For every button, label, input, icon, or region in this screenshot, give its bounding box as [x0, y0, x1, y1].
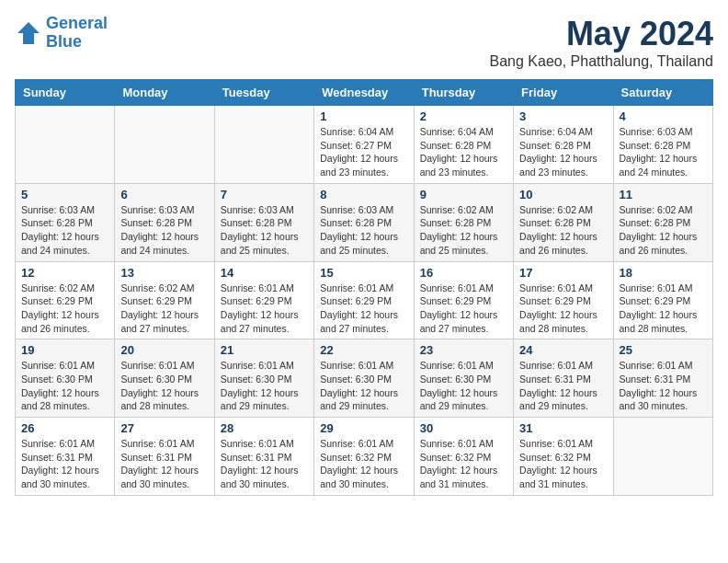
day-number: 14 [221, 266, 308, 280]
day-number: 21 [221, 343, 308, 357]
day-info: Sunrise: 6:03 AM Sunset: 6:28 PM Dayligh… [320, 203, 407, 258]
calendar-cell: 29Sunrise: 6:01 AM Sunset: 6:32 PM Dayli… [314, 418, 414, 496]
day-info: Sunrise: 6:04 AM Sunset: 6:28 PM Dayligh… [420, 125, 507, 179]
day-info: Sunrise: 6:01 AM Sunset: 6:29 PM Dayligh… [320, 282, 407, 336]
calendar-cell: 11Sunrise: 6:02 AM Sunset: 6:28 PM Dayli… [613, 183, 712, 261]
calendar-cell: 25Sunrise: 6:01 AM Sunset: 6:31 PM Dayli… [613, 339, 712, 418]
calendar-cell: 7Sunrise: 6:03 AM Sunset: 6:28 PM Daylig… [214, 183, 313, 261]
header: General Blue May 2024 Bang Kaeo, Phattha… [15, 15, 713, 70]
calendar-cell: 31Sunrise: 6:01 AM Sunset: 6:32 PM Dayli… [514, 418, 613, 496]
day-info: Sunrise: 6:01 AM Sunset: 6:30 PM Dayligh… [221, 359, 308, 413]
day-number: 9 [420, 188, 507, 201]
title-area: May 2024 Bang Kaeo, Phatthalung, Thailan… [490, 15, 713, 70]
calendar-cell: 16Sunrise: 6:01 AM Sunset: 6:29 PM Dayli… [414, 261, 513, 339]
day-number: 28 [221, 421, 308, 435]
calendar-cell: 4Sunrise: 6:03 AM Sunset: 6:28 PM Daylig… [613, 106, 712, 184]
week-row-2: 5Sunrise: 6:03 AM Sunset: 6:28 PM Daylig… [16, 183, 713, 261]
calendar-cell: 8Sunrise: 6:03 AM Sunset: 6:28 PM Daylig… [314, 183, 414, 261]
day-info: Sunrise: 6:01 AM Sunset: 6:30 PM Dayligh… [420, 359, 507, 413]
subtitle: Bang Kaeo, Phatthalung, Thailand [490, 53, 713, 70]
logo: General Blue [15, 15, 108, 52]
calendar-cell: 9Sunrise: 6:02 AM Sunset: 6:28 PM Daylig… [414, 183, 513, 261]
calendar-cell: 2Sunrise: 6:04 AM Sunset: 6:28 PM Daylig… [414, 106, 513, 184]
day-number: 2 [420, 109, 507, 123]
day-number: 20 [120, 343, 208, 357]
weekday-header-thursday: Thursday [414, 80, 513, 106]
weekday-header-monday: Monday [115, 80, 214, 106]
day-info: Sunrise: 6:01 AM Sunset: 6:31 PM Dayligh… [519, 359, 607, 413]
week-row-3: 12Sunrise: 6:02 AM Sunset: 6:29 PM Dayli… [16, 261, 713, 339]
day-info: Sunrise: 6:02 AM Sunset: 6:28 PM Dayligh… [519, 203, 607, 258]
calendar-cell [16, 106, 115, 184]
weekday-header-tuesday: Tuesday [214, 80, 313, 106]
day-number: 4 [620, 109, 707, 123]
day-number: 27 [120, 421, 208, 435]
day-number: 3 [519, 109, 607, 123]
day-number: 25 [620, 343, 707, 357]
day-info: Sunrise: 6:01 AM Sunset: 6:32 PM Dayligh… [320, 437, 407, 491]
calendar-cell: 23Sunrise: 6:01 AM Sunset: 6:30 PM Dayli… [414, 339, 513, 418]
week-row-4: 19Sunrise: 6:01 AM Sunset: 6:30 PM Dayli… [16, 339, 713, 418]
calendar-cell: 15Sunrise: 6:01 AM Sunset: 6:29 PM Dayli… [314, 261, 414, 339]
calendar-cell: 30Sunrise: 6:01 AM Sunset: 6:32 PM Dayli… [414, 418, 513, 496]
weekday-header-saturday: Saturday [613, 80, 712, 106]
calendar-cell: 13Sunrise: 6:02 AM Sunset: 6:29 PM Dayli… [115, 261, 214, 339]
day-info: Sunrise: 6:01 AM Sunset: 6:32 PM Dayligh… [420, 437, 507, 491]
day-number: 26 [21, 421, 108, 435]
day-info: Sunrise: 6:02 AM Sunset: 6:29 PM Dayligh… [21, 282, 108, 336]
calendar-cell: 1Sunrise: 6:04 AM Sunset: 6:27 PM Daylig… [314, 106, 414, 184]
calendar-cell: 17Sunrise: 6:01 AM Sunset: 6:29 PM Dayli… [514, 261, 613, 339]
day-info: Sunrise: 6:01 AM Sunset: 6:29 PM Dayligh… [420, 282, 507, 336]
calendar: SundayMondayTuesdayWednesdayThursdayFrid… [15, 79, 713, 496]
weekday-header-sunday: Sunday [16, 80, 115, 106]
day-info: Sunrise: 6:04 AM Sunset: 6:27 PM Dayligh… [320, 125, 407, 179]
calendar-cell: 6Sunrise: 6:03 AM Sunset: 6:28 PM Daylig… [115, 183, 214, 261]
calendar-cell: 22Sunrise: 6:01 AM Sunset: 6:30 PM Dayli… [314, 339, 414, 418]
day-number: 22 [320, 343, 407, 357]
day-number: 13 [120, 266, 208, 280]
day-info: Sunrise: 6:02 AM Sunset: 6:29 PM Dayligh… [120, 282, 208, 336]
day-number: 10 [519, 188, 607, 201]
weekday-header-wednesday: Wednesday [314, 80, 414, 106]
week-row-5: 26Sunrise: 6:01 AM Sunset: 6:31 PM Dayli… [16, 418, 713, 496]
day-info: Sunrise: 6:01 AM Sunset: 6:31 PM Dayligh… [620, 359, 707, 413]
calendar-cell: 10Sunrise: 6:02 AM Sunset: 6:28 PM Dayli… [514, 183, 613, 261]
logo-line1: General [46, 14, 108, 32]
day-info: Sunrise: 6:03 AM Sunset: 6:28 PM Dayligh… [120, 203, 208, 258]
day-info: Sunrise: 6:02 AM Sunset: 6:28 PM Dayligh… [620, 203, 707, 258]
day-info: Sunrise: 6:01 AM Sunset: 6:30 PM Dayligh… [120, 359, 208, 413]
day-info: Sunrise: 6:01 AM Sunset: 6:30 PM Dayligh… [320, 359, 407, 413]
calendar-cell: 21Sunrise: 6:01 AM Sunset: 6:30 PM Dayli… [214, 339, 313, 418]
day-number: 5 [21, 188, 108, 201]
day-number: 18 [620, 266, 707, 280]
day-number: 8 [320, 188, 407, 201]
day-number: 7 [221, 188, 308, 201]
logo-icon [15, 19, 42, 47]
day-info: Sunrise: 6:01 AM Sunset: 6:32 PM Dayligh… [519, 437, 607, 491]
day-number: 30 [420, 421, 507, 435]
logo-line2: Blue [46, 32, 82, 51]
day-info: Sunrise: 6:01 AM Sunset: 6:30 PM Dayligh… [21, 359, 108, 413]
calendar-cell: 19Sunrise: 6:01 AM Sunset: 6:30 PM Dayli… [16, 339, 115, 418]
calendar-cell: 5Sunrise: 6:03 AM Sunset: 6:28 PM Daylig… [16, 183, 115, 261]
day-number: 15 [320, 266, 407, 280]
main-title: May 2024 [490, 15, 713, 53]
calendar-cell [613, 418, 712, 496]
calendar-cell: 24Sunrise: 6:01 AM Sunset: 6:31 PM Dayli… [514, 339, 613, 418]
day-number: 31 [519, 421, 607, 435]
day-info: Sunrise: 6:03 AM Sunset: 6:28 PM Dayligh… [620, 125, 707, 179]
svg-marker-0 [17, 22, 40, 44]
weekday-header-friday: Friday [514, 80, 613, 106]
day-info: Sunrise: 6:01 AM Sunset: 6:31 PM Dayligh… [120, 437, 208, 491]
calendar-cell: 18Sunrise: 6:01 AM Sunset: 6:29 PM Dayli… [613, 261, 712, 339]
day-number: 29 [320, 421, 407, 435]
day-info: Sunrise: 6:01 AM Sunset: 6:31 PM Dayligh… [221, 437, 308, 491]
calendar-cell: 12Sunrise: 6:02 AM Sunset: 6:29 PM Dayli… [16, 261, 115, 339]
day-info: Sunrise: 6:01 AM Sunset: 6:29 PM Dayligh… [221, 282, 308, 336]
day-info: Sunrise: 6:02 AM Sunset: 6:28 PM Dayligh… [420, 203, 507, 258]
logo-text: General Blue [46, 15, 108, 52]
day-info: Sunrise: 6:03 AM Sunset: 6:28 PM Dayligh… [221, 203, 308, 258]
calendar-cell: 28Sunrise: 6:01 AM Sunset: 6:31 PM Dayli… [214, 418, 313, 496]
weekday-header-row: SundayMondayTuesdayWednesdayThursdayFrid… [16, 80, 713, 106]
day-number: 16 [420, 266, 507, 280]
